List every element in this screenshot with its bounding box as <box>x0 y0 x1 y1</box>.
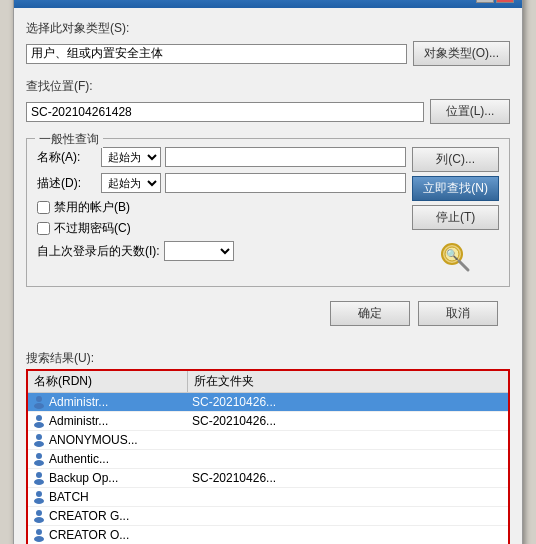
object-type-section: 选择此对象类型(S): 用户、组或内置安全主体 对象类型(O)... <box>26 20 510 70</box>
result-folder-cell: SC-20210426... <box>188 469 508 487</box>
svg-point-13 <box>34 479 44 485</box>
location-value: SC-202104261428 <box>26 102 424 122</box>
result-row[interactable]: Backup Op...SC-20210426... <box>28 469 508 488</box>
svg-point-4 <box>36 396 42 402</box>
object-type-label: 选择此对象类型(S): <box>26 20 510 37</box>
group-legend: 一般性查询 <box>35 131 103 148</box>
result-name-cell: Administr... <box>28 412 188 430</box>
result-name-cell: Administr... <box>28 393 188 411</box>
location-section: 查找位置(F): SC-202104261428 位置(L)... <box>26 78 510 128</box>
svg-point-15 <box>34 498 44 504</box>
desc-field-label: 描述(D): <box>37 175 97 192</box>
disabled-accounts-row: 禁用的帐户(B) <box>37 199 406 216</box>
no-expire-checkbox[interactable] <box>37 222 50 235</box>
general-query-group: 一般性查询 名称(A): 起始为 描述(D): <box>26 138 510 287</box>
result-name-cell: CREATOR G... <box>28 507 188 525</box>
object-type-row: 用户、组或内置安全主体 对象类型(O)... <box>26 41 510 66</box>
title-controls: ? ✕ <box>476 0 514 3</box>
query-left: 名称(A): 起始为 描述(D): 起始为 <box>37 147 406 261</box>
days-label: 自上次登录后的天数(I): <box>37 243 160 260</box>
svg-point-11 <box>34 460 44 466</box>
name-row: 名称(A): 起始为 <box>37 147 406 167</box>
search-now-button[interactable]: 立即查找(N) <box>412 176 499 201</box>
title-bar: 选择用户或组 ? ✕ <box>14 0 522 8</box>
svg-text:🔍: 🔍 <box>446 248 459 261</box>
col-name-header: 名称(RDN) <box>28 371 188 392</box>
svg-point-16 <box>36 510 42 516</box>
col-folder-header: 所在文件夹 <box>188 371 508 392</box>
window-title: 选择用户或组 <box>22 0 94 3</box>
svg-point-10 <box>36 453 42 459</box>
result-folder-cell: SC-20210426... <box>188 393 508 411</box>
result-row[interactable]: BATCH <box>28 488 508 507</box>
bottom-buttons: 确定 取消 <box>26 295 510 334</box>
svg-point-18 <box>36 529 42 535</box>
svg-point-14 <box>36 491 42 497</box>
svg-point-8 <box>36 434 42 440</box>
result-name-cell: Authentic... <box>28 450 188 468</box>
disabled-accounts-label: 禁用的帐户(B) <box>54 199 130 216</box>
search-icon-container: 🔍 <box>412 240 499 276</box>
ok-button[interactable]: 确定 <box>330 301 410 326</box>
result-name-cell: BATCH <box>28 488 188 506</box>
name-input[interactable] <box>165 147 406 167</box>
location-button[interactable]: 位置(L)... <box>430 99 510 124</box>
result-folder-cell <box>188 514 508 518</box>
svg-point-9 <box>34 441 44 447</box>
days-select[interactable] <box>164 241 234 261</box>
name-field-label: 名称(A): <box>37 149 97 166</box>
window-body: 选择此对象类型(S): 用户、组或内置安全主体 对象类型(O)... 查找位置(… <box>14 8 522 346</box>
result-row[interactable]: CREATOR G... <box>28 507 508 526</box>
result-row[interactable]: Administr...SC-20210426... <box>28 393 508 412</box>
result-name-cell: CREATOR O... <box>28 526 188 544</box>
days-row: 自上次登录后的天数(I): <box>37 241 406 261</box>
desc-condition-select[interactable]: 起始为 <box>101 173 161 193</box>
no-expire-label: 不过期密码(C) <box>54 220 131 237</box>
disabled-accounts-checkbox[interactable] <box>37 201 50 214</box>
search-icon: 🔍 <box>438 240 474 276</box>
location-label: 查找位置(F): <box>26 78 510 95</box>
result-folder-cell <box>188 457 508 461</box>
search-results-label: 搜索结果(U): <box>14 346 522 369</box>
no-expire-row: 不过期密码(C) <box>37 220 406 237</box>
close-button[interactable]: ✕ <box>496 0 514 3</box>
cancel-button[interactable]: 取消 <box>418 301 498 326</box>
query-right-buttons: 列(C)... 立即查找(N) 停止(T) 🔍 <box>412 147 499 276</box>
result-row[interactable]: ANONYMOUS... <box>28 431 508 450</box>
svg-point-7 <box>34 422 44 428</box>
object-type-value: 用户、组或内置安全主体 <box>26 44 407 64</box>
result-name-cell: Backup Op... <box>28 469 188 487</box>
svg-point-12 <box>36 472 42 478</box>
name-condition-select[interactable]: 起始为 <box>101 147 161 167</box>
result-name-cell: ANONYMOUS... <box>28 431 188 449</box>
result-folder-cell <box>188 533 508 537</box>
result-row[interactable]: Administr...SC-20210426... <box>28 412 508 431</box>
svg-point-5 <box>34 403 44 409</box>
help-button[interactable]: ? <box>476 0 494 3</box>
results-body[interactable]: Administr...SC-20210426...Administr...SC… <box>28 393 508 544</box>
result-folder-cell: SC-20210426... <box>188 412 508 430</box>
results-header: 名称(RDN) 所在文件夹 <box>28 371 508 393</box>
desc-row: 描述(D): 起始为 <box>37 173 406 193</box>
results-section: 名称(RDN) 所在文件夹 Administr...SC-20210426...… <box>26 369 510 544</box>
svg-line-2 <box>459 261 468 270</box>
object-type-button[interactable]: 对象类型(O)... <box>413 41 510 66</box>
location-row: SC-202104261428 位置(L)... <box>26 99 510 124</box>
result-row[interactable]: CREATOR O... <box>28 526 508 544</box>
svg-point-17 <box>34 517 44 523</box>
query-form: 名称(A): 起始为 描述(D): 起始为 <box>37 147 499 276</box>
main-window: 选择用户或组 ? ✕ 选择此对象类型(S): 用户、组或内置安全主体 对象类型(… <box>13 0 523 544</box>
result-folder-cell <box>188 495 508 499</box>
svg-point-19 <box>34 536 44 542</box>
column-button[interactable]: 列(C)... <box>412 147 499 172</box>
stop-button[interactable]: 停止(T) <box>412 205 499 230</box>
result-row[interactable]: Authentic... <box>28 450 508 469</box>
desc-input[interactable] <box>165 173 406 193</box>
svg-point-6 <box>36 415 42 421</box>
result-folder-cell <box>188 438 508 442</box>
